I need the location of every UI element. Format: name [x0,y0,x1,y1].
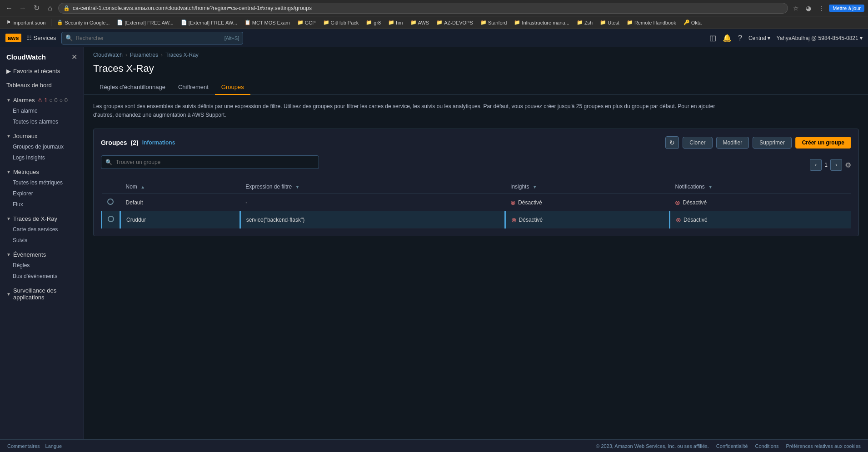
bookmark-icon[interactable]: ☆ [791,5,801,12]
footer-copyright: © 2023, Amazon Web Services, Inc. ou ses… [596,443,709,449]
table-header-row: Nom ▲ Expression de filtre ▼ Insights ▼ [102,180,852,194]
col-notifications[interactable]: Notifications ▼ [669,180,851,194]
more-icon[interactable]: ⋮ [816,5,826,12]
sidebar-item-flux[interactable]: Flux [0,199,84,210]
app-body: CloudWatch ✕ ▶ Favoris et récents Tablea… [0,47,868,439]
tab-chiffrement[interactable]: Chiffrement [172,80,215,95]
row-select-cell-2[interactable] [102,211,120,228]
col-filter-expression[interactable]: Expression de filtre ▼ [240,180,505,194]
forward-button[interactable]: → [17,4,28,12]
url-bar[interactable]: 🔒 ca-central-1.console.aws.amazon.com/cl… [58,3,788,14]
group-search-input[interactable] [101,155,319,169]
clone-button[interactable]: Cloner [683,137,712,149]
sidebar-item-toutes-metriques[interactable]: Toutes les métriques [0,177,84,188]
bookmark-ext1[interactable]: 📄 [External] FREE AW... [114,19,176,26]
sidebar-item-regles[interactable]: Règles [0,260,84,271]
refresh-button[interactable]: ↻ [31,4,42,12]
user-menu-button[interactable]: YahyaAbulhaj @ 5984-8545-0821 ▾ [777,35,863,41]
grid-icon[interactable]: ◫ [709,34,716,42]
col-select [102,180,120,194]
sidebar-item-bus-evenements[interactable]: Bus d'événements [0,271,84,282]
sidebar-section-metriques: ▼ Métriques Toutes les métriques Explore… [0,165,84,210]
col-nom[interactable]: Nom ▲ [120,180,240,194]
sidebar-xray-toggle[interactable]: ▼ Traces de X-Ray [0,212,84,224]
bookmark-gcp[interactable]: 📁 GCP [294,19,319,26]
bookmark-ext2[interactable]: 📄 [External] FREE AW... [178,19,240,26]
footer-link-confidentialite[interactable]: Confidentialité [716,443,748,449]
tab-groupes[interactable]: Groupes [215,80,250,95]
groups-panel: Groupes (2) Informations ↻ Cloner Modifi… [93,129,859,236]
sidebar-favorites-button[interactable]: ▶ Favoris et récents [0,65,84,77]
bookmark-okta[interactable]: 🔑 Okta [681,19,704,26]
sidebar-item-logs-insights[interactable]: Logs Insights [0,152,84,163]
row-radio-2[interactable] [108,216,114,222]
caret-down-icon-2: ▼ [6,134,11,139]
sidebar-title: CloudWatch [6,53,46,61]
top-search-bar[interactable]: 🔍 [Alt+S] [61,32,243,45]
sidebar-evenements-toggle[interactable]: ▼ Événements [0,248,84,260]
bell-icon[interactable]: 🔔 [723,34,732,42]
sidebar-dashboards-button[interactable]: Tableaux de bord [0,79,84,91]
tab-regles-echantillonnage[interactable]: Règles d'échantillonnage [93,80,172,95]
bookmark-gr8[interactable]: 📁 gr8 [363,19,384,26]
aws-logo[interactable]: aws [5,34,21,42]
services-button[interactable]: ☷ Services [27,35,56,41]
sidebar-surveillance-toggle[interactable]: ▼ Surveillance des applications [0,283,84,303]
table-row[interactable]: Default - ⊗ Désactivé [102,194,852,211]
bookmark-stanford[interactable]: 📁 Stanford [478,19,510,26]
sidebar-item-toutes-alarmes[interactable]: Toutes les alarmes [0,116,84,127]
footer-link-cookies[interactable]: Préférences relatives aux cookies [786,443,861,449]
table-settings-icon[interactable]: ⚙ [845,161,851,169]
back-button[interactable]: ← [4,4,15,12]
sidebar-item-groupes-journaux[interactable]: Groupes de journaux [0,141,84,152]
sidebar-item-explorer[interactable]: Explorer [0,188,84,199]
col-insights[interactable]: Insights ▼ [505,180,669,194]
modify-button[interactable]: Modifier [716,137,749,149]
bookmark-aws[interactable]: 📁 AWS [408,19,432,26]
extensions-icon[interactable]: ◕ [803,5,813,12]
bookmark-utest[interactable]: 📁 Utest [597,19,622,26]
row-radio-1[interactable] [107,199,114,205]
sidebar-item-carte-services[interactable]: Carte des services [0,224,84,235]
bookmark-hm[interactable]: 📁 hm [385,19,405,26]
panel-actions: ↻ Cloner Modifier Supprimer Créer un gro… [665,136,851,149]
next-page-button[interactable]: › [830,159,842,171]
footer-left: Commentaires Langue [7,443,62,449]
help-icon[interactable]: ? [738,34,742,42]
sidebar-item-suivis[interactable]: Suivis [0,235,84,246]
sidebar-close-button[interactable]: ✕ [71,53,77,61]
bookmark-important[interactable]: ⚑ Important soon [4,19,48,26]
page-header: Traces X-Ray [84,61,868,80]
search-icon: 🔍 [65,35,73,41]
bookmark-mct[interactable]: 📋 MCT MOS Exam [242,19,293,26]
footer-link-langue[interactable]: Langue [45,443,62,449]
footer-link-commentaires[interactable]: Commentaires [7,443,40,449]
sidebar-alarms-toggle[interactable]: ▼ Alarmes ⚠ 1 ○ 0 ○ 0 [0,93,84,105]
sidebar: CloudWatch ✕ ▶ Favoris et récents Tablea… [0,47,84,439]
bookmark-infra[interactable]: 📁 Infrastructure mana... [511,19,572,26]
delete-button[interactable]: Supprimer [753,137,791,149]
create-group-button[interactable]: Créer un groupe [795,137,851,149]
region-button[interactable]: Central ▾ [748,35,770,41]
bookmark-azdevops[interactable]: 📁 AZ-DEVOPS [434,19,476,26]
insights-disabled-icon-1: ⊗ [510,199,516,206]
table-row[interactable]: Cruddur service("backend-flask") ⊗ Désac… [102,211,852,228]
bookmark-zsh[interactable]: 📁 Zsh [574,19,595,26]
bookmark-remote[interactable]: 📁 Remote Handbook [624,19,679,26]
prev-page-button[interactable]: ‹ [810,159,822,171]
update-button[interactable]: Mettre à jour [829,5,864,12]
row-select-cell-1[interactable] [102,194,120,211]
sidebar-metriques-toggle[interactable]: ▼ Métriques [0,165,84,177]
breadcrumb-cloudwatch[interactable]: CloudWatch [93,52,123,58]
home-button[interactable]: ⌂ [45,4,55,12]
footer-link-conditions[interactable]: Conditions [755,443,779,449]
sort-icon-filter: ▼ [295,184,300,189]
search-input[interactable] [75,35,221,41]
bookmark-security[interactable]: 🔒 Security in Google... [54,19,112,26]
info-link[interactable]: Informations [142,139,175,146]
refresh-button[interactable]: ↻ [665,136,679,149]
sidebar-journaux-toggle[interactable]: ▼ Journaux [0,129,84,141]
breadcrumb-parametres[interactable]: Paramètres [130,52,158,58]
bookmark-github[interactable]: 📁 GitHub Pack [320,19,362,26]
sidebar-item-en-alarme[interactable]: En alarme [0,105,84,116]
